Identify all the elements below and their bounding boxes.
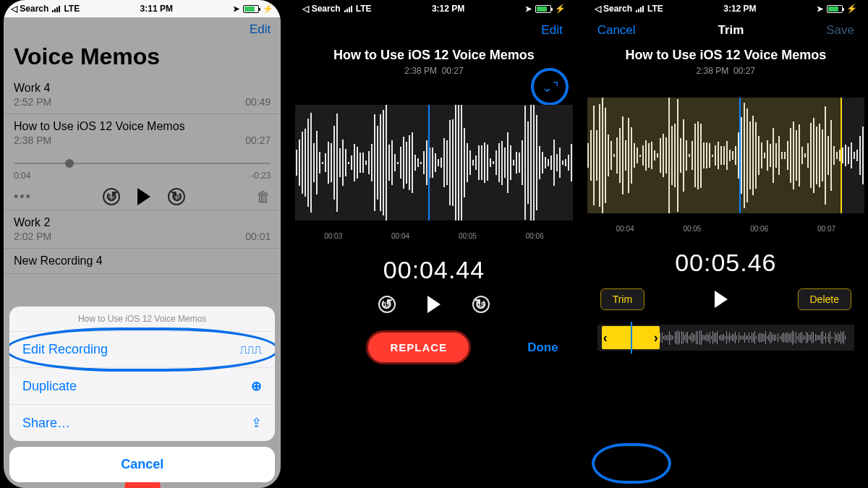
duplicate-icon: ⊕ [251, 378, 262, 394]
crop-trim-icon[interactable]: ⌄⌝ [542, 80, 558, 95]
waveform-view[interactable] [587, 98, 864, 213]
time-ruler: 00:0300:0400:0500:06 [295, 232, 572, 240]
recording-meta: 2:38 PM 00:27 [295, 66, 572, 76]
memo-row[interactable]: New Recording 4 [4, 249, 281, 274]
back-search[interactable]: ◁ Search [11, 4, 48, 14]
carrier-label: LTE [647, 4, 663, 14]
battery-icon [827, 5, 843, 13]
clock: 3:11 PM [140, 4, 173, 14]
playhead[interactable] [428, 105, 430, 221]
recording-meta: 2:38 PM 00:27 [587, 66, 864, 76]
back-search[interactable]: ◁ Search [302, 4, 340, 14]
charging-icon: ⚡ [846, 4, 857, 14]
nav-edit-button[interactable]: Edit [541, 23, 562, 38]
duplicate-button[interactable]: Duplicate ⊕ [9, 368, 275, 405]
signal-icon [344, 6, 352, 12]
recording-title: How to Use iOS 12 Voice Memos [295, 48, 572, 63]
location-icon: ➤ [233, 4, 239, 14]
memo-name: Work 4 [14, 82, 271, 95]
screenshot-3-trim: ◁ Search LTE 3:12 PM ➤ ⚡ Cancel Trim Sav… [587, 0, 864, 488]
battery-icon [535, 5, 551, 13]
share-icon: ⇪ [251, 415, 262, 431]
edit-recording-button[interactable]: Edit Recording ⎍⎍⎍ [9, 332, 275, 368]
charging-icon: ⚡ [555, 4, 566, 14]
delete-button[interactable]: Delete [798, 288, 851, 310]
voice-memos-list-screen: Edit Voice Memos Work 4 2:52 PM00:49 How… [4, 17, 281, 488]
skip-back-15-icon[interactable]: 15 [103, 188, 120, 205]
status-bar: ◁ Search LTE 3:11 PM ➤ ⚡ [4, 0, 281, 17]
inline-player: 0:04-0:23 ••• 15 15 🗑 [4, 152, 281, 210]
signal-icon [52, 6, 60, 12]
trim-screen: Cancel Trim Save How to Use iOS 12 Voice… [587, 17, 864, 488]
scrubber[interactable] [14, 158, 271, 169]
screenshot-1-list-with-actionsheet: ◁ Search LTE 3:11 PM ➤ ⚡ Edit Voice Memo… [4, 0, 281, 488]
memo-row[interactable]: Work 2 2:02 PM00:01 [4, 210, 281, 249]
edit-button[interactable]: Edit [250, 22, 271, 37]
memo-row-selected[interactable]: How to Use iOS 12 Voice Memos 2:38 PM00:… [4, 114, 281, 152]
cancel-button[interactable]: Cancel [9, 447, 275, 482]
cancel-button[interactable]: Cancel [597, 23, 636, 38]
edit-recording-screen: Edit How to Use iOS 12 Voice Memos 2:38 … [295, 17, 572, 488]
time-ruler: 00:0400:0500:0600:07 [587, 225, 864, 233]
memo-name: Work 2 [14, 216, 271, 229]
recording-title: How to Use iOS 12 Voice Memos [587, 48, 864, 63]
charging-icon: ⚡ [263, 4, 273, 14]
carrier-label: LTE [356, 4, 372, 14]
skip-fwd-15-icon[interactable]: 15 [472, 296, 490, 313]
play-icon[interactable] [715, 291, 728, 308]
play-icon[interactable] [427, 296, 441, 313]
overview-playhead[interactable] [631, 322, 632, 354]
playhead[interactable] [739, 98, 741, 213]
save-button[interactable]: Save [826, 23, 854, 38]
back-search[interactable]: ◁ Search [595, 4, 632, 14]
waveform-icon: ⎍⎍⎍ [240, 343, 262, 356]
clock: 3:12 PM [432, 4, 464, 14]
current-time: 00:04.44 [295, 256, 572, 284]
memo-name: How to Use iOS 12 Voice Memos [14, 120, 271, 133]
waveform-view[interactable] [295, 105, 572, 221]
action-sheet: How to Use iOS 12 Voice Memos Edit Recor… [9, 307, 275, 482]
page-title: Voice Memos [4, 42, 281, 76]
skip-back-15-icon[interactable]: 15 [378, 296, 396, 313]
sheet-context-title: How to Use iOS 12 Voice Memos [9, 307, 275, 332]
skip-fwd-15-icon[interactable]: 15 [168, 188, 185, 205]
overview-scrubber[interactable] [597, 325, 854, 351]
location-icon: ➤ [525, 4, 532, 14]
clock: 3:12 PM [723, 4, 756, 14]
status-bar: ◁ Search LTE 3:12 PM ➤ ⚡ [295, 0, 572, 17]
trash-icon[interactable]: 🗑 [256, 189, 271, 205]
replace-button[interactable]: REPLACE [366, 330, 471, 364]
play-icon[interactable] [137, 188, 150, 205]
screenshot-2-edit-recording: ◁ Search LTE 3:12 PM ➤ ⚡ Edit How to Use… [295, 0, 572, 488]
current-time: 00:05.46 [587, 249, 864, 277]
done-button[interactable]: Done [527, 341, 558, 355]
carrier-label: LTE [64, 4, 80, 14]
more-icon[interactable]: ••• [14, 189, 32, 205]
status-bar: ◁ Search LTE 3:12 PM ➤ ⚡ [587, 0, 864, 17]
signal-icon [636, 6, 644, 12]
trim-button[interactable]: Trim [600, 288, 644, 310]
battery-icon [243, 5, 259, 13]
screen-title: Trim [718, 23, 744, 38]
share-button[interactable]: Share… ⇪ [9, 405, 275, 441]
memo-name: New Recording 4 [14, 254, 271, 267]
trim-end-handle[interactable] [841, 98, 842, 213]
location-icon: ➤ [817, 4, 823, 14]
memo-row[interactable]: Work 4 2:52 PM00:49 [4, 76, 281, 114]
